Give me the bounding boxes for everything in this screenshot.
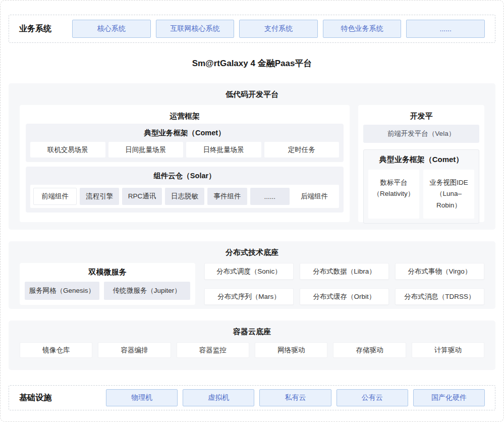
network-driver: 网络驱动: [255, 342, 327, 358]
infrastructure-row: 基础设施 物理机 虚拟机 私有云 公有云 国产化硬件: [9, 385, 495, 410]
luna-robin-ide-code: （Luna–Robin）: [424, 188, 473, 211]
distributed-section: 分布式技术底座 双模微服务 服务网格（Genesis） 传统微服务（Jupite…: [9, 241, 495, 309]
scenario-daytime-batch: 日间批量场景: [108, 142, 184, 157]
dual-mode-title: 双模微服务: [25, 266, 190, 280]
container-cloud-title: 容器云底座: [20, 327, 484, 337]
component-frontend: 前端组件: [33, 188, 77, 205]
dev-platform-panel: 开发平 前端开发平台（Vela） 典型业务框架（Comet） 数标平台 （Rel…: [358, 105, 484, 222]
component-event: 事件组件: [207, 188, 247, 205]
platform-title: Sm@rtGalaxy 4 金融Paas平台: [1, 43, 503, 83]
distributed-transaction-virgo: 分布式事物（Virgo）: [395, 263, 484, 280]
distributed-cache-orbit: 分布式缓存（Orbit）: [300, 288, 389, 305]
business-system-more: ......: [406, 20, 485, 38]
relativity-platform-name: 数标平台: [369, 177, 418, 188]
relativity-platform-code: （Relativity）: [369, 188, 418, 199]
scenario-eod-batch: 日终批量场景: [186, 142, 261, 157]
compute-driver: 计算驱动: [412, 342, 484, 358]
luna-robin-ide-name: 业务视图IDE: [424, 177, 473, 188]
container-monitoring: 容器监控: [177, 342, 249, 358]
infrastructure-label: 基础设施: [19, 393, 106, 403]
infrastructure-buttons: 物理机 虚拟机 私有云 公有云 国产化硬件: [106, 389, 485, 406]
scenario-scheduled-tasks: 定时任务: [264, 142, 340, 157]
distributed-title: 分布式技术底座: [20, 248, 484, 257]
service-mesh-genesis: 服务网格（Genesis）: [25, 282, 99, 300]
component-log-masking: 日志脱敏: [165, 188, 204, 205]
lowcode-title: 低代码开发平台: [20, 90, 484, 99]
distributed-sequence-mars: 分布式序列（Mars）: [204, 288, 294, 305]
infra-domestic-hardware: 国产化硬件: [413, 389, 485, 406]
traditional-microservices-jupiter: 传统微服务（Jupiter）: [104, 282, 190, 300]
operations-framework-title: 运营框架: [26, 110, 344, 124]
vela-frontend-platform: 前端开发平台（Vela）: [363, 125, 479, 143]
scenario-online-trading: 联机交易场景: [30, 142, 105, 157]
container-cloud-section: 容器云底座 镜像仓库 容器编排 容器监控 网络驱动 存储驱动 计算驱动: [9, 321, 495, 370]
operations-framework-panel: 运营框架 典型业务框架（Comet） 联机交易场景 日间批量场景 日终批量场景 …: [20, 105, 350, 222]
business-system-special: 特色业务系统: [323, 20, 402, 38]
business-systems-label: 业务系统: [19, 24, 72, 34]
infra-private-cloud: 私有云: [259, 389, 331, 406]
dev-comet-framework-title: 典型业务框架（Comet）: [368, 155, 474, 165]
distributed-messaging-tdrss: 分布式消息（TDRSS）: [395, 288, 484, 305]
dev-comet-framework-box: 典型业务框架（Comet） 数标平台 （Relativity） 业务视图IDE …: [363, 149, 479, 224]
comet-business-framework-box: 典型业务框架（Comet） 联机交易场景 日间批量场景 日终批量场景 定时任务: [26, 124, 344, 162]
luna-robin-ide-card: 业务视图IDE （Luna–Robin）: [423, 170, 474, 219]
infra-virtual-machine: 虚拟机: [183, 389, 254, 406]
dev-platform-title: 开发平: [363, 110, 479, 124]
solar-component-cloud-title: 组件云仓（Solar）: [30, 171, 339, 181]
image-registry: 镜像仓库: [20, 342, 92, 358]
component-more: ......: [250, 188, 290, 205]
comet-business-framework-title: 典型业务框架（Comet）: [30, 128, 339, 138]
business-system-internet-core: 互联网核心系统: [156, 20, 235, 38]
storage-driver: 存储驱动: [333, 342, 406, 358]
relativity-platform-card: 数标平台 （Relativity）: [368, 170, 419, 219]
infra-physical-machine: 物理机: [106, 389, 178, 406]
container-orchestration: 容器编排: [98, 342, 171, 358]
distributed-grid: 分布式调度（Sonic） 分布式数据（Libra） 分布式事物（Virgo） 分…: [204, 263, 484, 305]
dual-mode-microservices-panel: 双模微服务 服务网格（Genesis） 传统微服务（Jupiter）: [20, 263, 195, 305]
business-system-payment: 支付系统: [239, 20, 318, 38]
lowcode-section: 低代码开发平台 运营框架 典型业务框架（Comet） 联机交易场景 日间批量场景…: [9, 83, 495, 230]
business-systems-row: 业务系统 核心系统 互联网核心系统 支付系统 特色业务系统 ......: [9, 15, 495, 43]
component-process-engine: 流程引擎: [80, 188, 119, 205]
component-backend: 后端组件: [293, 188, 336, 205]
component-rpc: RPC通讯: [122, 188, 161, 205]
solar-component-cloud-box: 组件云仓（Solar） 前端组件 流程引擎 RPC通讯 日志脱敏 事件组件 ..…: [26, 167, 344, 213]
distributed-scheduling-sonic: 分布式调度（Sonic）: [204, 263, 294, 280]
business-systems-buttons: 核心系统 互联网核心系统 支付系统 特色业务系统 ......: [72, 20, 485, 38]
business-system-core: 核心系统: [72, 20, 151, 38]
architecture-diagram: 业务系统 核心系统 互联网核心系统 支付系统 特色业务系统 ...... Sm@…: [0, 0, 504, 422]
infra-public-cloud: 公有云: [337, 389, 408, 406]
distributed-data-libra: 分布式数据（Libra）: [300, 263, 389, 280]
